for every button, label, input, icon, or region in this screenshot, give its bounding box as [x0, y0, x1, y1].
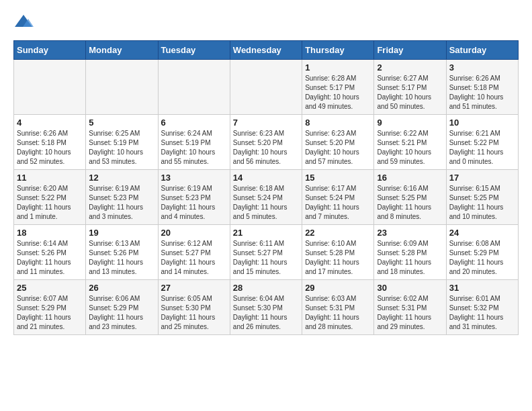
day-number: 4	[17, 118, 83, 128]
calendar-cell: 31Sunrise: 6:01 AMSunset: 5:32 PMDayligh…	[446, 280, 518, 335]
day-number: 24	[449, 228, 515, 238]
day-number: 12	[89, 173, 154, 183]
day-number: 18	[17, 228, 83, 238]
day-detail: Sunrise: 6:11 AMSunset: 5:27 PMDaylight:…	[233, 239, 299, 277]
day-detail: Sunrise: 6:10 AMSunset: 5:28 PMDaylight:…	[305, 239, 371, 277]
day-number: 25	[17, 283, 83, 293]
day-detail: Sunrise: 6:28 AMSunset: 5:17 PMDaylight:…	[305, 74, 371, 111]
day-detail: Sunrise: 6:15 AMSunset: 5:25 PMDaylight:…	[449, 184, 515, 222]
day-detail: Sunrise: 6:04 AMSunset: 5:30 PMDaylight:…	[233, 294, 299, 332]
day-detail: Sunrise: 6:19 AMSunset: 5:23 PMDaylight:…	[161, 184, 227, 222]
day-number: 7	[233, 118, 299, 128]
calendar-cell: 13Sunrise: 6:19 AMSunset: 5:23 PMDayligh…	[158, 170, 230, 225]
calendar-cell: 19Sunrise: 6:13 AMSunset: 5:26 PMDayligh…	[86, 225, 158, 280]
day-number: 19	[89, 228, 154, 238]
calendar-cell: 27Sunrise: 6:05 AMSunset: 5:30 PMDayligh…	[158, 280, 230, 335]
calendar-cell	[230, 60, 302, 115]
day-detail: Sunrise: 6:26 AMSunset: 5:18 PMDaylight:…	[17, 129, 83, 167]
day-number: 13	[161, 173, 227, 183]
day-detail: Sunrise: 6:27 AMSunset: 5:17 PMDaylight:…	[377, 74, 443, 111]
calendar-cell: 16Sunrise: 6:16 AMSunset: 5:25 PMDayligh…	[374, 170, 446, 225]
calendar-cell: 24Sunrise: 6:08 AMSunset: 5:29 PMDayligh…	[446, 225, 518, 280]
day-detail: Sunrise: 6:14 AMSunset: 5:26 PMDaylight:…	[17, 239, 83, 277]
calendar-cell: 3Sunrise: 6:26 AMSunset: 5:18 PMDaylight…	[446, 60, 518, 115]
day-number: 3	[449, 62, 515, 73]
day-detail: Sunrise: 6:16 AMSunset: 5:25 PMDaylight:…	[377, 184, 443, 222]
calendar-cell: 17Sunrise: 6:15 AMSunset: 5:25 PMDayligh…	[446, 170, 518, 225]
day-number: 26	[89, 283, 154, 293]
day-number: 22	[305, 228, 371, 238]
day-detail: Sunrise: 6:09 AMSunset: 5:28 PMDaylight:…	[377, 239, 443, 277]
day-number: 1	[305, 62, 371, 73]
day-number: 14	[233, 173, 299, 183]
day-number: 28	[233, 283, 299, 293]
calendar-cell: 25Sunrise: 6:07 AMSunset: 5:29 PMDayligh…	[14, 280, 86, 335]
day-number: 11	[17, 173, 83, 183]
day-number: 9	[377, 118, 443, 128]
calendar-cell: 18Sunrise: 6:14 AMSunset: 5:26 PMDayligh…	[14, 225, 86, 280]
logo	[13, 13, 36, 30]
calendar-cell: 11Sunrise: 6:20 AMSunset: 5:22 PMDayligh…	[14, 170, 86, 225]
calendar-cell: 5Sunrise: 6:25 AMSunset: 5:19 PMDaylight…	[86, 115, 158, 170]
day-detail: Sunrise: 6:03 AMSunset: 5:31 PMDaylight:…	[305, 294, 371, 332]
day-detail: Sunrise: 6:24 AMSunset: 5:19 PMDaylight:…	[161, 129, 227, 167]
day-detail: Sunrise: 6:17 AMSunset: 5:24 PMDaylight:…	[305, 184, 371, 222]
day-detail: Sunrise: 6:07 AMSunset: 5:29 PMDaylight:…	[17, 294, 83, 332]
day-detail: Sunrise: 6:13 AMSunset: 5:26 PMDaylight:…	[89, 239, 154, 277]
day-number: 8	[305, 118, 371, 128]
weekday-header-friday: Friday	[374, 41, 446, 60]
page-header	[13, 13, 519, 30]
day-number: 30	[377, 283, 443, 293]
day-number: 27	[161, 283, 227, 293]
calendar-cell: 21Sunrise: 6:11 AMSunset: 5:27 PMDayligh…	[230, 225, 302, 280]
day-number: 31	[449, 283, 515, 293]
day-detail: Sunrise: 6:26 AMSunset: 5:18 PMDaylight:…	[449, 74, 515, 111]
calendar-cell: 7Sunrise: 6:23 AMSunset: 5:20 PMDaylight…	[230, 115, 302, 170]
weekday-header-tuesday: Tuesday	[158, 41, 230, 60]
calendar-cell: 4Sunrise: 6:26 AMSunset: 5:18 PMDaylight…	[14, 115, 86, 170]
day-detail: Sunrise: 6:01 AMSunset: 5:32 PMDaylight:…	[449, 294, 515, 332]
calendar-cell: 2Sunrise: 6:27 AMSunset: 5:17 PMDaylight…	[374, 60, 446, 115]
calendar-cell: 26Sunrise: 6:06 AMSunset: 5:29 PMDayligh…	[86, 280, 158, 335]
day-number: 2	[377, 62, 443, 73]
calendar-cell: 6Sunrise: 6:24 AMSunset: 5:19 PMDaylight…	[158, 115, 230, 170]
calendar-cell: 29Sunrise: 6:03 AMSunset: 5:31 PMDayligh…	[302, 280, 374, 335]
day-number: 16	[377, 173, 443, 183]
calendar-cell: 15Sunrise: 6:17 AMSunset: 5:24 PMDayligh…	[302, 170, 374, 225]
day-detail: Sunrise: 6:18 AMSunset: 5:24 PMDaylight:…	[233, 184, 299, 222]
calendar-cell: 28Sunrise: 6:04 AMSunset: 5:30 PMDayligh…	[230, 280, 302, 335]
weekday-header-thursday: Thursday	[302, 41, 374, 60]
day-number: 21	[233, 228, 299, 238]
day-number: 29	[305, 283, 371, 293]
calendar-cell: 10Sunrise: 6:21 AMSunset: 5:22 PMDayligh…	[446, 115, 518, 170]
calendar-cell: 1Sunrise: 6:28 AMSunset: 5:17 PMDaylight…	[302, 60, 374, 115]
calendar-cell: 8Sunrise: 6:23 AMSunset: 5:20 PMDaylight…	[302, 115, 374, 170]
weekday-header-monday: Monday	[86, 41, 158, 60]
calendar-cell: 12Sunrise: 6:19 AMSunset: 5:23 PMDayligh…	[86, 170, 158, 225]
calendar-cell: 30Sunrise: 6:02 AMSunset: 5:31 PMDayligh…	[374, 280, 446, 335]
day-detail: Sunrise: 6:02 AMSunset: 5:31 PMDaylight:…	[377, 294, 443, 332]
day-detail: Sunrise: 6:06 AMSunset: 5:29 PMDaylight:…	[89, 294, 154, 332]
calendar-cell	[14, 60, 86, 115]
day-number: 20	[161, 228, 227, 238]
calendar-cell: 14Sunrise: 6:18 AMSunset: 5:24 PMDayligh…	[230, 170, 302, 225]
day-number: 17	[449, 173, 515, 183]
day-number: 23	[377, 228, 443, 238]
calendar-cell	[158, 60, 230, 115]
day-number: 6	[161, 118, 227, 128]
calendar-cell: 22Sunrise: 6:10 AMSunset: 5:28 PMDayligh…	[302, 225, 374, 280]
day-detail: Sunrise: 6:20 AMSunset: 5:22 PMDaylight:…	[17, 184, 83, 222]
weekday-header-wednesday: Wednesday	[230, 41, 302, 60]
day-detail: Sunrise: 6:12 AMSunset: 5:27 PMDaylight:…	[161, 239, 227, 277]
day-detail: Sunrise: 6:22 AMSunset: 5:21 PMDaylight:…	[377, 129, 443, 167]
calendar-cell	[86, 60, 158, 115]
calendar-cell: 20Sunrise: 6:12 AMSunset: 5:27 PMDayligh…	[158, 225, 230, 280]
day-number: 15	[305, 173, 371, 183]
day-detail: Sunrise: 6:19 AMSunset: 5:23 PMDaylight:…	[89, 184, 154, 222]
day-detail: Sunrise: 6:25 AMSunset: 5:19 PMDaylight:…	[89, 129, 154, 167]
day-detail: Sunrise: 6:23 AMSunset: 5:20 PMDaylight:…	[233, 129, 299, 167]
day-number: 10	[449, 118, 515, 128]
calendar-cell: 9Sunrise: 6:22 AMSunset: 5:21 PMDaylight…	[374, 115, 446, 170]
day-detail: Sunrise: 6:05 AMSunset: 5:30 PMDaylight:…	[161, 294, 227, 332]
day-detail: Sunrise: 6:23 AMSunset: 5:20 PMDaylight:…	[305, 129, 371, 167]
